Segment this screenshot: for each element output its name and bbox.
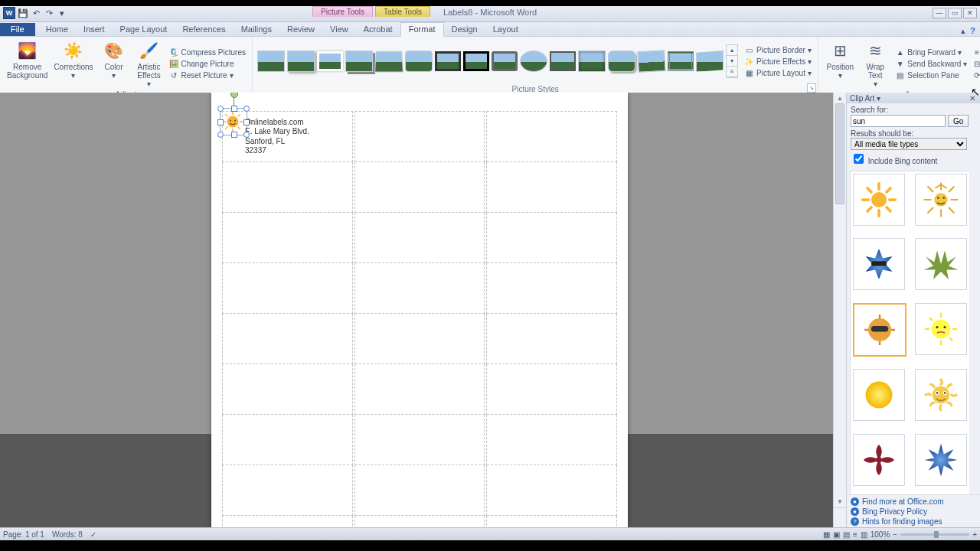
style-thumb[interactable] xyxy=(578,51,606,72)
address-line: Onlinelabels.com xyxy=(245,118,304,126)
clipart-result[interactable] xyxy=(853,238,905,290)
style-thumb[interactable] xyxy=(668,51,694,71)
scroll-down-icon[interactable]: ▼ xyxy=(834,496,846,507)
style-thumb[interactable] xyxy=(637,50,665,73)
media-type-select[interactable]: All media file types xyxy=(851,138,967,150)
inserted-clipart-sun[interactable] xyxy=(221,110,244,133)
artistic-effects-button[interactable]: 🖌️ Artistic Effects▾ xyxy=(132,38,166,90)
tab-mailings[interactable]: Mailings xyxy=(234,23,279,36)
tab-page-layout[interactable]: Page Layout xyxy=(113,23,175,36)
browse-object-buttons[interactable] xyxy=(834,507,846,528)
pane-close-icon[interactable]: ✕ xyxy=(968,94,977,103)
style-thumb[interactable] xyxy=(435,51,461,71)
change-picture-button[interactable]: 🖼️Change Picture xyxy=(168,58,247,70)
clipart-result[interactable] xyxy=(853,174,905,226)
label-table[interactable]: Onlinelabels.com E. Lake Mary Blvd. Sanf… xyxy=(222,111,617,528)
clipart-result[interactable] xyxy=(915,369,967,421)
pane-menu-icon[interactable]: ▾ xyxy=(874,94,882,103)
clipart-result[interactable] xyxy=(915,434,967,486)
include-bing-checkbox[interactable]: Include Bing content xyxy=(851,157,937,165)
minimize-ribbon-icon[interactable]: ▴ xyxy=(961,26,965,36)
style-thumb[interactable] xyxy=(405,51,433,72)
tab-home[interactable]: Home xyxy=(38,23,76,36)
zoom-level[interactable]: 100% xyxy=(871,530,890,539)
scroll-up-icon[interactable]: ▲ xyxy=(834,93,846,103)
compress-pictures-button[interactable]: 🗜️Compress Pictures xyxy=(168,47,247,58)
corrections-button[interactable]: ☀️ Corrections▾ xyxy=(51,38,95,90)
picture-style-gallery[interactable]: ▴▾≡ xyxy=(257,38,738,84)
zoom-slider[interactable] xyxy=(900,533,969,536)
go-button[interactable]: Go xyxy=(948,115,969,127)
view-draft-icon[interactable]: ▥ xyxy=(861,530,867,539)
style-thumb[interactable] xyxy=(374,51,403,73)
label-cell-address[interactable]: Onlinelabels.com E. Lake Mary Blvd. Sanf… xyxy=(224,116,351,158)
view-print-layout-icon[interactable]: ▦ xyxy=(823,530,830,539)
clipart-result[interactable] xyxy=(915,303,967,355)
tab-acrobat[interactable]: Acrobat xyxy=(356,23,400,36)
wrap-text-button[interactable]: ≋Wrap Text▾ xyxy=(858,38,892,90)
help-icon[interactable]: ? xyxy=(970,26,975,36)
tab-view[interactable]: View xyxy=(322,23,356,36)
style-thumb[interactable] xyxy=(463,51,489,71)
picture-layout-button[interactable]: ▦Picture Layout ▾ xyxy=(743,67,813,79)
clipart-result[interactable] xyxy=(915,174,967,226)
clipart-result[interactable] xyxy=(853,369,905,421)
link-find-more-office[interactable]: ●Find more at Office.com xyxy=(851,497,976,507)
clipart-result[interactable] xyxy=(853,434,905,486)
results-scrollbar[interactable] xyxy=(969,168,980,494)
tab-layout[interactable]: Layout xyxy=(485,23,526,36)
style-thumb[interactable] xyxy=(550,51,576,71)
picture-border-button[interactable]: ▭Picture Border ▾ xyxy=(743,44,813,56)
bring-forward-button[interactable]: ▲Bring Forward ▾ xyxy=(893,47,969,58)
link-hints[interactable]: ?Hints for finding images xyxy=(851,517,976,527)
tab-review[interactable]: Review xyxy=(279,23,322,36)
selection-pane-button[interactable]: ▤Selection Pane xyxy=(893,70,969,81)
style-thumb[interactable] xyxy=(696,51,724,72)
tab-references[interactable]: References xyxy=(175,23,233,36)
svg-point-49 xyxy=(866,382,893,409)
scroll-thumb[interactable] xyxy=(835,103,844,204)
close-button[interactable]: ✕ xyxy=(963,8,977,18)
tab-design[interactable]: Design xyxy=(444,23,485,36)
minimize-button[interactable]: — xyxy=(933,8,946,18)
page[interactable]: Onlinelabels.com E. Lake Mary Blvd. Sanf… xyxy=(211,93,628,528)
status-words[interactable]: Words: 8 xyxy=(52,530,83,539)
globe-icon: ● xyxy=(851,497,859,506)
clipart-result[interactable] xyxy=(853,303,906,357)
remove-background-button[interactable]: 🌄 Remove Background xyxy=(5,38,50,90)
zoom-in-button[interactable]: + xyxy=(972,530,977,539)
align-button[interactable]: ≡Align ▾ xyxy=(970,47,980,58)
reset-picture-button[interactable]: ↺Reset Picture ▾ xyxy=(168,70,247,81)
status-page[interactable]: Page: 1 of 1 xyxy=(3,530,44,539)
tab-file[interactable]: File xyxy=(0,23,35,36)
group-button[interactable]: ⊟Group ▾ xyxy=(970,58,980,70)
zoom-out-button[interactable]: − xyxy=(893,530,897,539)
view-web-icon[interactable]: ▤ xyxy=(843,530,850,539)
view-full-screen-icon[interactable]: ▣ xyxy=(833,530,840,539)
style-thumb[interactable] xyxy=(492,51,518,71)
style-thumb[interactable] xyxy=(317,51,343,71)
picture-effects-button[interactable]: ✨Picture Effects ▾ xyxy=(743,56,813,67)
style-thumb[interactable] xyxy=(608,51,635,72)
tab-insert[interactable]: Insert xyxy=(76,23,113,36)
position-button[interactable]: ⊞Position▾ xyxy=(823,38,857,90)
gallery-more-button[interactable]: ▴▾≡ xyxy=(726,44,738,78)
search-input[interactable] xyxy=(851,115,946,127)
clipart-result[interactable] xyxy=(915,238,967,290)
tab-format[interactable]: Format xyxy=(400,22,444,37)
style-thumb[interactable] xyxy=(345,51,373,72)
style-thumb[interactable] xyxy=(287,51,315,72)
rotate-handle[interactable] xyxy=(230,93,238,98)
document-area[interactable]: Onlinelabels.com E. Lake Mary Blvd. Sanf… xyxy=(0,93,833,528)
maximize-button[interactable]: ▭ xyxy=(948,8,962,18)
styles-dialog-launcher[interactable]: ↘ xyxy=(807,83,816,93)
link-bing-privacy[interactable]: ●Bing Privacy Policy xyxy=(851,507,976,517)
style-thumb[interactable] xyxy=(257,51,285,72)
vertical-scrollbar[interactable]: ▲ ▼ xyxy=(833,93,846,528)
view-outline-icon[interactable]: ≡ xyxy=(853,530,858,539)
rotate-button[interactable]: ⟳Rotate ▾ xyxy=(970,70,980,81)
send-backward-button[interactable]: ▼Send Backward ▾ xyxy=(893,58,969,70)
color-button[interactable]: 🎨 Color▾ xyxy=(97,38,131,90)
status-proofing-icon[interactable]: ✓ xyxy=(90,530,96,539)
style-thumb[interactable] xyxy=(520,51,547,72)
